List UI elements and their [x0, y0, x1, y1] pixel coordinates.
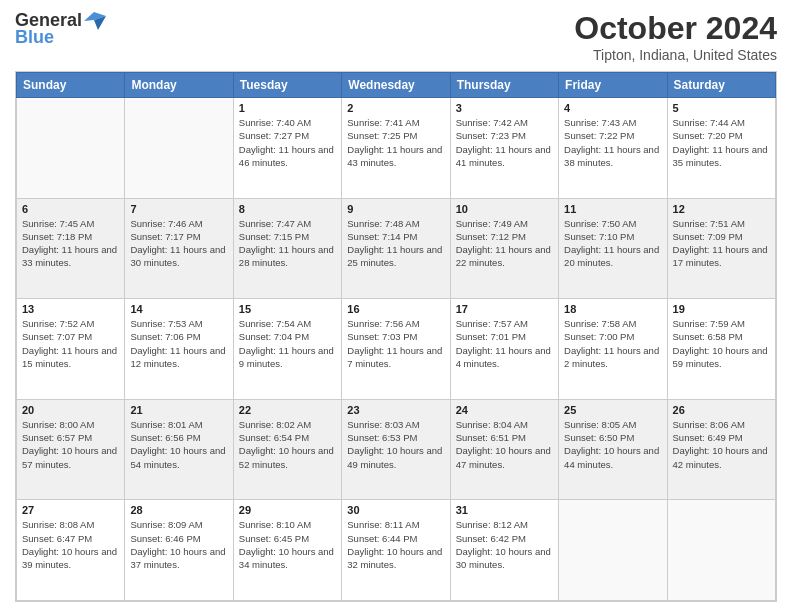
day-number: 27	[22, 504, 119, 516]
table-row: 10Sunrise: 7:49 AM Sunset: 7:12 PM Dayli…	[450, 198, 558, 299]
calendar-subtitle: Tipton, Indiana, United States	[574, 47, 777, 63]
table-row: 29Sunrise: 8:10 AM Sunset: 6:45 PM Dayli…	[233, 500, 341, 601]
day-number: 25	[564, 404, 661, 416]
logo-bird-icon	[84, 12, 106, 30]
table-row: 15Sunrise: 7:54 AM Sunset: 7:04 PM Dayli…	[233, 299, 341, 400]
day-info: Sunrise: 8:04 AM Sunset: 6:51 PM Dayligh…	[456, 418, 553, 471]
day-number: 9	[347, 203, 444, 215]
table-row: 31Sunrise: 8:12 AM Sunset: 6:42 PM Dayli…	[450, 500, 558, 601]
day-info: Sunrise: 8:02 AM Sunset: 6:54 PM Dayligh…	[239, 418, 336, 471]
day-number: 6	[22, 203, 119, 215]
table-row: 27Sunrise: 8:08 AM Sunset: 6:47 PM Dayli…	[17, 500, 125, 601]
day-number: 20	[22, 404, 119, 416]
table-row	[125, 98, 233, 199]
calendar-week-row: 6Sunrise: 7:45 AM Sunset: 7:18 PM Daylig…	[17, 198, 776, 299]
day-info: Sunrise: 7:58 AM Sunset: 7:00 PM Dayligh…	[564, 317, 661, 370]
calendar-week-row: 20Sunrise: 8:00 AM Sunset: 6:57 PM Dayli…	[17, 399, 776, 500]
day-number: 26	[673, 404, 770, 416]
table-row: 25Sunrise: 8:05 AM Sunset: 6:50 PM Dayli…	[559, 399, 667, 500]
table-row	[17, 98, 125, 199]
day-number: 24	[456, 404, 553, 416]
col-saturday: Saturday	[667, 73, 775, 98]
day-info: Sunrise: 7:44 AM Sunset: 7:20 PM Dayligh…	[673, 116, 770, 169]
header-row: Sunday Monday Tuesday Wednesday Thursday…	[17, 73, 776, 98]
day-info: Sunrise: 7:46 AM Sunset: 7:17 PM Dayligh…	[130, 217, 227, 270]
day-info: Sunrise: 8:03 AM Sunset: 6:53 PM Dayligh…	[347, 418, 444, 471]
table-row: 4Sunrise: 7:43 AM Sunset: 7:22 PM Daylig…	[559, 98, 667, 199]
day-info: Sunrise: 8:09 AM Sunset: 6:46 PM Dayligh…	[130, 518, 227, 571]
logo-blue-text: Blue	[15, 27, 54, 48]
day-number: 3	[456, 102, 553, 114]
day-info: Sunrise: 7:45 AM Sunset: 7:18 PM Dayligh…	[22, 217, 119, 270]
table-row: 30Sunrise: 8:11 AM Sunset: 6:44 PM Dayli…	[342, 500, 450, 601]
day-number: 2	[347, 102, 444, 114]
day-number: 18	[564, 303, 661, 315]
calendar-week-row: 1Sunrise: 7:40 AM Sunset: 7:27 PM Daylig…	[17, 98, 776, 199]
day-number: 1	[239, 102, 336, 114]
page: General Blue October 2024 Tipton, Indian…	[0, 0, 792, 612]
day-number: 4	[564, 102, 661, 114]
day-info: Sunrise: 8:11 AM Sunset: 6:44 PM Dayligh…	[347, 518, 444, 571]
day-number: 15	[239, 303, 336, 315]
day-info: Sunrise: 7:41 AM Sunset: 7:25 PM Dayligh…	[347, 116, 444, 169]
day-number: 11	[564, 203, 661, 215]
day-number: 8	[239, 203, 336, 215]
day-info: Sunrise: 7:59 AM Sunset: 6:58 PM Dayligh…	[673, 317, 770, 370]
table-row: 23Sunrise: 8:03 AM Sunset: 6:53 PM Dayli…	[342, 399, 450, 500]
day-info: Sunrise: 7:50 AM Sunset: 7:10 PM Dayligh…	[564, 217, 661, 270]
day-info: Sunrise: 8:12 AM Sunset: 6:42 PM Dayligh…	[456, 518, 553, 571]
table-row: 9Sunrise: 7:48 AM Sunset: 7:14 PM Daylig…	[342, 198, 450, 299]
day-number: 5	[673, 102, 770, 114]
day-number: 28	[130, 504, 227, 516]
day-number: 16	[347, 303, 444, 315]
table-row: 12Sunrise: 7:51 AM Sunset: 7:09 PM Dayli…	[667, 198, 775, 299]
day-number: 12	[673, 203, 770, 215]
table-row: 17Sunrise: 7:57 AM Sunset: 7:01 PM Dayli…	[450, 299, 558, 400]
day-number: 31	[456, 504, 553, 516]
day-info: Sunrise: 7:43 AM Sunset: 7:22 PM Dayligh…	[564, 116, 661, 169]
title-block: October 2024 Tipton, Indiana, United Sta…	[574, 10, 777, 63]
table-row: 16Sunrise: 7:56 AM Sunset: 7:03 PM Dayli…	[342, 299, 450, 400]
day-info: Sunrise: 7:51 AM Sunset: 7:09 PM Dayligh…	[673, 217, 770, 270]
day-number: 14	[130, 303, 227, 315]
table-row: 21Sunrise: 8:01 AM Sunset: 6:56 PM Dayli…	[125, 399, 233, 500]
day-info: Sunrise: 7:57 AM Sunset: 7:01 PM Dayligh…	[456, 317, 553, 370]
table-row: 3Sunrise: 7:42 AM Sunset: 7:23 PM Daylig…	[450, 98, 558, 199]
day-info: Sunrise: 8:05 AM Sunset: 6:50 PM Dayligh…	[564, 418, 661, 471]
logo: General Blue	[15, 10, 106, 48]
day-info: Sunrise: 7:48 AM Sunset: 7:14 PM Dayligh…	[347, 217, 444, 270]
calendar-body: 1Sunrise: 7:40 AM Sunset: 7:27 PM Daylig…	[17, 98, 776, 601]
day-info: Sunrise: 8:08 AM Sunset: 6:47 PM Dayligh…	[22, 518, 119, 571]
day-number: 30	[347, 504, 444, 516]
calendar-header: Sunday Monday Tuesday Wednesday Thursday…	[17, 73, 776, 98]
table-row: 19Sunrise: 7:59 AM Sunset: 6:58 PM Dayli…	[667, 299, 775, 400]
day-number: 23	[347, 404, 444, 416]
table-row: 8Sunrise: 7:47 AM Sunset: 7:15 PM Daylig…	[233, 198, 341, 299]
day-info: Sunrise: 7:47 AM Sunset: 7:15 PM Dayligh…	[239, 217, 336, 270]
table-row: 14Sunrise: 7:53 AM Sunset: 7:06 PM Dayli…	[125, 299, 233, 400]
col-sunday: Sunday	[17, 73, 125, 98]
day-number: 13	[22, 303, 119, 315]
day-info: Sunrise: 8:00 AM Sunset: 6:57 PM Dayligh…	[22, 418, 119, 471]
table-row: 1Sunrise: 7:40 AM Sunset: 7:27 PM Daylig…	[233, 98, 341, 199]
table-row: 13Sunrise: 7:52 AM Sunset: 7:07 PM Dayli…	[17, 299, 125, 400]
day-info: Sunrise: 7:42 AM Sunset: 7:23 PM Dayligh…	[456, 116, 553, 169]
day-number: 29	[239, 504, 336, 516]
col-tuesday: Tuesday	[233, 73, 341, 98]
day-info: Sunrise: 7:53 AM Sunset: 7:06 PM Dayligh…	[130, 317, 227, 370]
col-monday: Monday	[125, 73, 233, 98]
day-info: Sunrise: 7:52 AM Sunset: 7:07 PM Dayligh…	[22, 317, 119, 370]
calendar: Sunday Monday Tuesday Wednesday Thursday…	[15, 71, 777, 602]
day-number: 21	[130, 404, 227, 416]
day-info: Sunrise: 7:54 AM Sunset: 7:04 PM Dayligh…	[239, 317, 336, 370]
table-row: 5Sunrise: 7:44 AM Sunset: 7:20 PM Daylig…	[667, 98, 775, 199]
table-row: 22Sunrise: 8:02 AM Sunset: 6:54 PM Dayli…	[233, 399, 341, 500]
table-row: 7Sunrise: 7:46 AM Sunset: 7:17 PM Daylig…	[125, 198, 233, 299]
day-info: Sunrise: 8:10 AM Sunset: 6:45 PM Dayligh…	[239, 518, 336, 571]
col-thursday: Thursday	[450, 73, 558, 98]
table-row: 6Sunrise: 7:45 AM Sunset: 7:18 PM Daylig…	[17, 198, 125, 299]
day-info: Sunrise: 7:56 AM Sunset: 7:03 PM Dayligh…	[347, 317, 444, 370]
day-number: 10	[456, 203, 553, 215]
table-row: 20Sunrise: 8:00 AM Sunset: 6:57 PM Dayli…	[17, 399, 125, 500]
calendar-week-row: 27Sunrise: 8:08 AM Sunset: 6:47 PM Dayli…	[17, 500, 776, 601]
